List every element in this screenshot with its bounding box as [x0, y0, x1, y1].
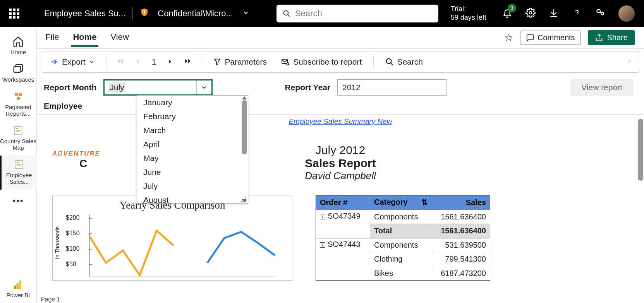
report-body: Employee Sales Summary New ADVENTURE C J… — [37, 115, 644, 303]
month-option[interactable]: August — [137, 193, 248, 204]
sales-table: Order # Category⇅ Sales +SO47349Componen… — [316, 195, 490, 281]
view-report-button[interactable]: View report — [570, 79, 633, 96]
settings-icon[interactable] — [526, 8, 536, 19]
month-option[interactable]: January — [137, 96, 248, 110]
chevron-down-icon[interactable] — [196, 80, 208, 94]
report-name[interactable]: Employee Sales Su... — [44, 9, 125, 19]
powerbi-icon — [14, 279, 22, 290]
y-tick: $200 — [66, 214, 80, 221]
top-right-icons: 3 — [502, 5, 635, 22]
svg-rect-17 — [19, 281, 21, 289]
y-axis-label: In Thousands — [54, 226, 60, 259]
report-icon — [12, 125, 24, 136]
svg-point-8 — [17, 97, 20, 100]
share-button[interactable]: Share — [588, 30, 635, 45]
next-page-icon[interactable] — [167, 57, 173, 67]
chart-svg — [89, 214, 283, 280]
svg-rect-5 — [14, 67, 21, 72]
report-icon — [13, 159, 25, 170]
svg-rect-14 — [17, 162, 19, 163]
svg-rect-15 — [17, 164, 22, 165]
parameters-row: Report Month July Report Year 2012 View … — [37, 74, 644, 99]
nav-home[interactable]: Home — [0, 33, 37, 60]
page-footer: Page 1 — [41, 296, 60, 303]
col-sales[interactable]: Sales — [432, 195, 490, 210]
nav-more[interactable]: ••• — [0, 193, 37, 211]
last-page-icon[interactable] — [184, 57, 192, 67]
yearly-sales-chart: Yearly Sales Comparison In Thousands $20… — [52, 195, 292, 281]
svg-point-1 — [283, 10, 288, 15]
dropdown-scrollbar[interactable] — [242, 98, 247, 201]
comments-button[interactable]: Comments — [520, 31, 581, 45]
ribbon-tabs: File Home View ☆ Comments Share — [37, 27, 644, 49]
expand-icon[interactable]: + — [320, 242, 325, 248]
month-option[interactable]: May — [137, 151, 248, 165]
report-year-input[interactable]: 2012 — [337, 79, 447, 96]
search-icon — [283, 9, 290, 18]
month-option[interactable]: February — [137, 110, 248, 123]
chevron-down-icon[interactable] — [242, 9, 249, 19]
sensitivity-label[interactable]: Confidential\Micro... — [158, 9, 233, 19]
svg-rect-0 — [144, 11, 145, 14]
workspaces-icon — [12, 63, 24, 75]
report-month-select[interactable]: July — [103, 79, 213, 96]
toolbar-next-icon[interactable] — [626, 57, 633, 67]
global-search[interactable] — [276, 5, 438, 22]
resize-handle[interactable] — [241, 196, 246, 202]
app-launcher-icon[interactable] — [9, 9, 19, 19]
help-icon[interactable] — [572, 8, 582, 19]
nav-powerbi[interactable]: Power BI — [0, 276, 37, 303]
adventure-works-logo: ADVENTURE C — [52, 150, 100, 170]
month-option[interactable]: July — [137, 179, 248, 193]
download-icon[interactable] — [549, 8, 559, 19]
svg-rect-18 — [16, 283, 19, 289]
subscribe-button[interactable]: Subscribe to report — [278, 56, 364, 68]
table-row: +SO47443Components531.639500 — [316, 238, 490, 252]
svg-point-2 — [529, 12, 532, 14]
trial-label: Trial: — [451, 5, 486, 14]
search-input[interactable] — [295, 9, 432, 19]
page-number: 1 — [152, 57, 156, 67]
report-month-label: Report Month — [44, 83, 96, 92]
nav-workspaces[interactable]: Workspaces — [0, 60, 37, 87]
prev-page-icon[interactable] — [135, 57, 141, 67]
col-order[interactable]: Order # — [316, 195, 370, 210]
trial-status[interactable]: Trial: 59 days left — [451, 5, 486, 22]
y-tick: $150 — [66, 230, 80, 237]
report-year-label: Report Year — [285, 83, 330, 92]
tab-file[interactable]: File — [44, 29, 60, 47]
report-month-value: July — [108, 82, 125, 92]
nav-country-sales-map[interactable]: Country Sales Map — [0, 122, 37, 156]
report-scrollbar[interactable] — [638, 119, 643, 181]
expand-icon[interactable]: + — [320, 214, 325, 219]
notifications-icon[interactable]: 3 — [502, 8, 512, 19]
nav-employee-sales[interactable]: Employee Sales... — [0, 156, 37, 190]
toolbar-search-button[interactable]: Search — [383, 56, 425, 68]
trial-days: 59 days left — [451, 14, 486, 22]
export-icon — [50, 58, 59, 66]
svg-point-7 — [19, 93, 22, 96]
svg-rect-20 — [282, 59, 287, 63]
tab-home[interactable]: Home — [71, 29, 98, 47]
export-button[interactable]: Export — [48, 56, 97, 68]
month-option[interactable]: March — [137, 123, 248, 137]
report-header: July 2012 Sales Report David Campbell — [37, 144, 644, 182]
col-category[interactable]: Category⇅ — [370, 195, 432, 210]
first-page-icon[interactable] — [116, 57, 124, 67]
user-avatar[interactable] — [618, 5, 635, 22]
app-top-bar: Employee Sales Su... Confidential\Micro.… — [0, 0, 644, 27]
month-option[interactable]: April — [137, 137, 248, 151]
favorite-icon[interactable]: ☆ — [504, 32, 513, 44]
svg-rect-11 — [16, 130, 21, 131]
y-tick: $50 — [66, 261, 76, 268]
month-option[interactable]: June — [137, 165, 248, 179]
breadcrumb: Employee Sales Su... Confidential\Micro.… — [44, 7, 249, 20]
report-toolbar: Export 1 Parameters Subscribe to report — [41, 51, 640, 73]
parameters-button[interactable]: Parameters — [211, 56, 269, 68]
tab-view[interactable]: View — [109, 29, 131, 47]
left-nav: Home Workspaces Paginated Reports... Cou… — [0, 27, 37, 303]
report-title-link[interactable]: Employee Sales Summary New — [37, 117, 644, 126]
nav-paginated-reports[interactable]: Paginated Reports... — [0, 87, 37, 122]
feedback-icon[interactable] — [595, 8, 605, 19]
svg-point-6 — [15, 93, 18, 96]
